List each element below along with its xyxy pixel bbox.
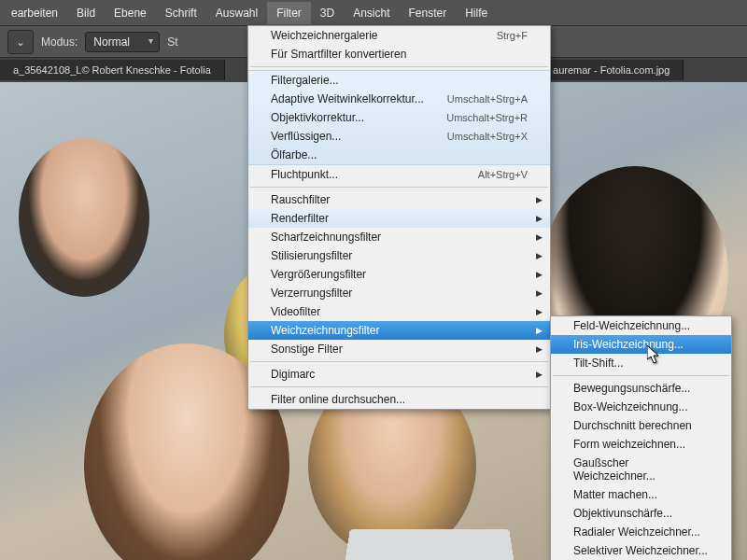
submenu-item-objektivunschaerfe[interactable]: Objektivunschärfe... — [551, 504, 731, 523]
menu-auswahl[interactable]: Auswahl — [206, 2, 267, 24]
menu-item-fluchtpunkt[interactable]: Fluchtpunkt...Alt+Strg+V — [248, 165, 550, 184]
menu-item-digimarc[interactable]: Digimarc — [248, 365, 550, 384]
menu-item-renderfilter[interactable]: Renderfilter — [248, 209, 550, 228]
submenu-item-bewegungsunschaerfe[interactable]: Bewegungsunschärfe... — [551, 379, 731, 398]
tool-preset-picker[interactable]: ⌄ — [7, 30, 34, 54]
menu-separator — [250, 66, 548, 67]
document-tab[interactable]: a_35642108_L© Robert Kneschke - Fotolia — [0, 60, 225, 80]
menu-hilfe[interactable]: Hilfe — [456, 2, 497, 24]
menu-separator — [250, 386, 548, 387]
menu-ansicht[interactable]: Ansicht — [344, 2, 399, 24]
menu-ebene[interactable]: Ebene — [105, 2, 156, 24]
menu-item-rauschfilter[interactable]: Rauschfilter — [248, 190, 550, 209]
menu-separator — [553, 375, 729, 376]
submenu-item-matter-machen[interactable]: Matter machen... — [551, 485, 731, 504]
blend-mode-dropdown[interactable]: Normal — [85, 32, 160, 52]
menu-filter[interactable]: Filter — [267, 2, 311, 24]
st-label: St — [167, 35, 177, 49]
submenu-item-feld-weichzeichnung[interactable]: Feld-Weichzeichnung... — [551, 316, 731, 335]
menu-item-filtergalerie[interactable]: Filtergalerie... — [248, 71, 550, 90]
menu-item-verzerrungsfilter[interactable]: Verzerrungsfilter — [248, 284, 550, 302]
modus-label: Modus: — [41, 35, 78, 49]
menu-3d[interactable]: 3D — [311, 2, 344, 24]
menu-item-verfluessigen[interactable]: Verflüssigen...Umschalt+Strg+X — [248, 127, 550, 146]
menu-item-weichzeichnungsfilter[interactable]: Weichzeichnungsfilter — [248, 321, 550, 340]
submenu-item-box-weichzeichnung[interactable]: Box-Weichzeichnung... — [551, 398, 731, 416]
menu-item-smartfilter-konvertieren[interactable]: Für Smartfilter konvertieren — [248, 45, 550, 63]
menubar: earbeiten Bild Ebene Schrift Auswahl Fil… — [0, 0, 747, 25]
submenu-item-gausscher[interactable]: Gaußscher Weichzeichner... — [551, 454, 731, 485]
menu-bild[interactable]: Bild — [67, 2, 105, 24]
submenu-item-tilt-shift[interactable]: Tilt-Shift... — [551, 354, 731, 372]
menu-schrift[interactable]: Schrift — [156, 2, 206, 24]
menu-item-weichzeichnergalerie[interactable]: Weichzeichnergalerie Strg+F — [248, 26, 550, 45]
submenu-item-iris-weichzeichnung[interactable]: Iris-Weichzeichnung... — [551, 335, 731, 354]
menu-item-vergroesserungsfilter[interactable]: Vergrößerungsfilter — [248, 265, 550, 284]
menu-group-highlight: Filtergalerie... Adaptive Weitwinkelkorr… — [248, 70, 550, 165]
weichzeichnungsfilter-submenu: Feld-Weichzeichnung... Iris-Weichzeichnu… — [550, 315, 732, 560]
menu-item-adaptive-weitwinkel[interactable]: Adaptive Weitwinkelkorrektur...Umschalt+… — [248, 90, 550, 108]
menu-item-scharfzeichnungsfilter[interactable]: Scharfzeichnungsfilter — [248, 228, 550, 246]
filter-menu: Weichzeichnergalerie Strg+F Für Smartfil… — [247, 25, 551, 410]
menu-bearbeiten[interactable]: earbeiten — [2, 2, 67, 24]
submenu-item-durchschnitt[interactable]: Durchschnitt berechnen — [551, 416, 731, 435]
menu-item-objektivkorrektur[interactable]: Objektivkorrektur...Umschalt+Strg+R — [248, 108, 550, 127]
menu-item-filter-online[interactable]: Filter online durchsuchen... — [248, 390, 550, 409]
submenu-item-radialer[interactable]: Radialer Weichzeichner... — [551, 523, 731, 541]
menu-separator — [250, 187, 548, 188]
menu-item-oelfarbe[interactable]: Ölfarbe... — [248, 146, 550, 164]
menu-item-stilisierungsfilter[interactable]: Stilisierungsfilter — [248, 246, 550, 265]
submenu-item-selektiver[interactable]: Selektiver Weichzeichner... — [551, 541, 731, 560]
menu-item-sonstige-filter[interactable]: Sonstige Filter — [248, 340, 550, 358]
menu-separator — [250, 361, 548, 362]
submenu-item-form-weichzeichnen[interactable]: Form weichzeichnen... — [551, 435, 731, 454]
menu-fenster[interactable]: Fenster — [400, 2, 457, 24]
menu-item-videofilter[interactable]: Videofilter — [248, 302, 550, 321]
